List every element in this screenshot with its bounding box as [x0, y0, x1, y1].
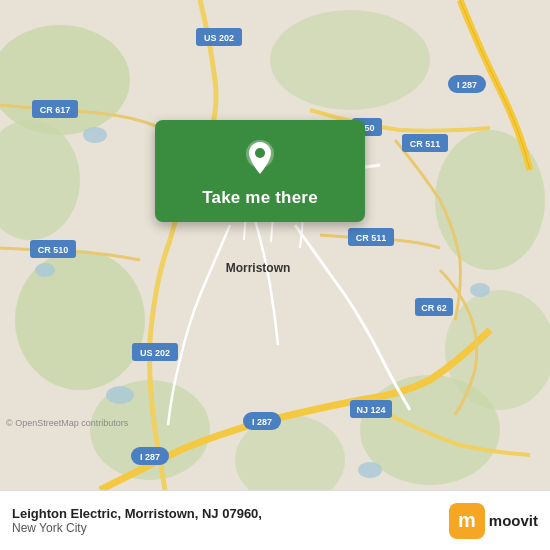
svg-point-12	[106, 386, 134, 404]
svg-text:CR 617: CR 617	[40, 105, 71, 115]
map-container: US 202 CR 617 650 CR 511 I 287 CR 510 CR…	[0, 0, 550, 490]
svg-point-9	[445, 290, 550, 410]
svg-text:CR 511: CR 511	[356, 233, 387, 243]
svg-text:US 202: US 202	[140, 348, 170, 358]
svg-text:US 202: US 202	[204, 33, 234, 43]
svg-text:NJ 124: NJ 124	[356, 405, 385, 415]
svg-point-13	[358, 462, 382, 478]
moovit-logo[interactable]: m moovit	[449, 503, 538, 539]
svg-point-5	[270, 10, 430, 110]
bottom-bar: Leighton Electric, Morristown, NJ 07960,…	[0, 490, 550, 550]
moovit-icon: m	[449, 503, 485, 539]
location-name: Leighton Electric, Morristown, NJ 07960,	[12, 506, 262, 521]
svg-text:CR 511: CR 511	[410, 139, 441, 149]
svg-point-11	[35, 263, 55, 277]
svg-text:CR 62: CR 62	[421, 303, 447, 313]
moovit-text: moovit	[489, 512, 538, 529]
location-detail: New York City	[12, 521, 262, 535]
location-info: Leighton Electric, Morristown, NJ 07960,…	[12, 506, 262, 535]
svg-point-41	[255, 148, 265, 158]
svg-text:CR 510: CR 510	[38, 245, 69, 255]
location-pin-icon	[238, 136, 282, 180]
svg-text:Morristown: Morristown	[226, 261, 291, 275]
take-me-there-card[interactable]: Take me there	[155, 120, 365, 222]
svg-point-14	[470, 283, 490, 297]
svg-point-10	[83, 127, 107, 143]
take-me-there-button[interactable]: Take me there	[202, 188, 318, 208]
svg-text:I 287: I 287	[140, 452, 160, 462]
svg-text:I 287: I 287	[252, 417, 272, 427]
svg-text:I 287: I 287	[457, 80, 477, 90]
map-attribution: © OpenStreetMap contributors	[6, 418, 128, 428]
map-svg: US 202 CR 617 650 CR 511 I 287 CR 510 CR…	[0, 0, 550, 490]
svg-point-6	[435, 130, 545, 270]
svg-point-3	[15, 250, 145, 390]
